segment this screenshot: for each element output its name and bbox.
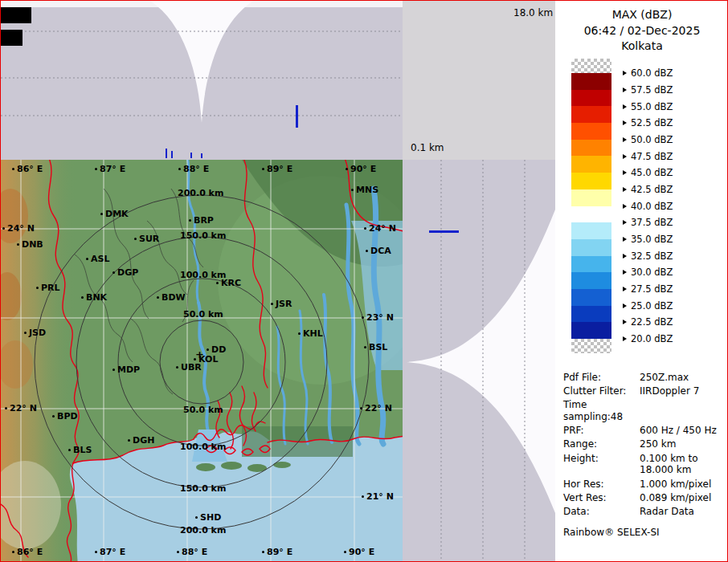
legend-scale-row: 25.0 dBZ (623, 297, 673, 314)
info-label: Clutter Filter: (563, 385, 640, 397)
color-scale-labels: 60.0 dBZ 57.5 dBZ 55.0 dBZ 52.5 dBZ 50.0… (623, 65, 673, 347)
top-projection-art (1, 1, 403, 160)
legend-color-swatch (571, 73, 611, 90)
info-row: Height:0.100 km to 18.000 km (555, 451, 728, 477)
legend-color-swatch (571, 289, 611, 306)
vertical-projection-right-panel[interactable] (403, 160, 555, 562)
info-row: Vert Res:0.089 km/pixel (555, 491, 728, 505)
legend-tick-arrow-icon (623, 303, 627, 308)
info-label: PRF: (563, 425, 640, 436)
legend-tick-arrow-icon (623, 187, 627, 192)
legend-scale-row: 42.5 dBZ (623, 181, 673, 198)
info-label: Data: (563, 506, 640, 517)
legend-color-swatch (571, 156, 611, 173)
legend-tick-arrow-icon (623, 237, 627, 242)
legend-scale-row: 55.0 dBZ (623, 98, 673, 115)
info-row: Data:Radar Data (555, 505, 728, 519)
legend-color-swatch (571, 90, 611, 107)
legend-color-swatch (571, 173, 611, 189)
legend-scale-label: 35.0 dBZ (631, 234, 673, 245)
legend-scale-label: 37.5 dBZ (631, 217, 673, 228)
radar-center-marker: + (195, 348, 204, 360)
legend-tick-arrow-icon (623, 170, 627, 175)
info-value: 600 Hz / 450 Hz (640, 425, 717, 436)
legend-panel: MAX (dBZ) 06:42 / 02-Dec-2025 Kolkata 60… (555, 1, 728, 562)
legend-scale-row: 52.5 dBZ (623, 115, 673, 132)
info-row: PRF:600 Hz / 450 Hz (555, 424, 728, 438)
legend-scale-label: 55.0 dBZ (631, 101, 673, 112)
legend-scale-label: 52.5 dBZ (631, 117, 673, 128)
product-title: MAX (dBZ) (555, 7, 728, 23)
legend-scale-label: 50.0 dBZ (631, 134, 673, 145)
height-axis-max-label: 18.0 km (513, 7, 553, 18)
info-value: 250Z.max (640, 372, 689, 383)
legend-color-swatch (571, 339, 611, 353)
legend-color-swatch (571, 256, 611, 273)
minimized-window-chip[interactable] (1, 7, 31, 23)
radar-application-window: 86° E87° E88° E89° E90° E86° E87° E88° E… (0, 0, 728, 562)
legend-scale-row: 32.5 dBZ (623, 247, 673, 264)
legend-color-swatch (571, 322, 611, 339)
legend-scale-label: 22.5 dBZ (631, 316, 673, 328)
legend-scale-label: 40.0 dBZ (631, 201, 673, 212)
legend-color-swatch (571, 306, 611, 323)
info-row: Clutter Filter:IIRDoppler 7 (555, 384, 728, 397)
legend-color-swatch (571, 222, 611, 239)
legend-scale-row: 20.0 dBZ (623, 331, 673, 348)
legend-scale-label: 32.5 dBZ (631, 250, 673, 262)
info-value: 1.000 km/pixel (640, 479, 711, 490)
legend-scale-row: 22.5 dBZ (623, 314, 673, 331)
right-projection-art (403, 160, 555, 562)
info-label: Hor Res: (563, 479, 640, 490)
legend-color-swatch (571, 239, 611, 256)
minimized-window-chip[interactable] (1, 30, 22, 46)
legend-scale-label: 45.0 dBZ (631, 167, 673, 178)
height-axis-zone: 18.0 km 0.1 km (403, 1, 555, 160)
scan-datetime: 06:42 / 02-Dec-2025 (555, 23, 728, 39)
legend-scale-label: 30.0 dBZ (631, 267, 673, 278)
software-branding: Rainbow® SELEX-SI (555, 527, 728, 538)
legend-scale-label: 57.5 dBZ (631, 84, 673, 96)
legend-color-swatch (571, 206, 611, 223)
legend-scale-row: 37.5 dBZ (623, 214, 673, 231)
legend-tick-arrow-icon (623, 104, 627, 109)
legend-tick-arrow-icon (623, 88, 627, 92)
scan-info-block: Pdf File:250Z.max Clutter Filter:IIRDopp… (555, 370, 728, 538)
height-axis-min-label: 0.1 km (411, 142, 444, 153)
legend-color-swatch (571, 140, 611, 157)
legend-scale-row: 50.0 dBZ (623, 132, 673, 149)
legend-tick-arrow-icon (623, 220, 627, 225)
info-label: Vert Res: (563, 492, 640, 503)
legend-color-swatch (571, 272, 611, 289)
legend-scale-label: 20.0 dBZ (631, 333, 673, 344)
legend-tick-arrow-icon (623, 320, 627, 324)
legend-tick-arrow-icon (623, 336, 627, 341)
legend-scale-label: 42.5 dBZ (631, 184, 673, 195)
info-label: Range: (563, 438, 640, 450)
station-name: Kolkata (555, 39, 728, 55)
radar-map-panel[interactable]: 86° E87° E88° E89° E90° E86° E87° E88° E… (1, 160, 403, 562)
map-base-art (1, 160, 403, 562)
info-value: IIRDoppler 7 (640, 385, 699, 397)
legend-scale-label: 25.0 dBZ (631, 300, 673, 312)
legend-color-swatch (571, 189, 611, 206)
legend-tick-arrow-icon (623, 137, 627, 142)
info-label: Pdf File: (563, 372, 640, 383)
color-scale (571, 59, 611, 353)
info-label: Height: (563, 453, 640, 464)
legend-scale-label: 27.5 dBZ (631, 283, 673, 295)
vertical-projection-top-panel[interactable] (1, 1, 403, 160)
legend-scale-label: 60.0 dBZ (631, 67, 673, 79)
info-label: Time sampling:48 (563, 399, 640, 422)
legend-tick-arrow-icon (623, 204, 627, 209)
legend-color-swatch (571, 123, 611, 140)
legend-title-block: MAX (dBZ) 06:42 / 02-Dec-2025 Kolkata (555, 1, 728, 55)
legend-scale-row: 30.0 dBZ (623, 264, 673, 281)
legend-tick-arrow-icon (623, 270, 627, 275)
scan-info-rows: Pdf File:250Z.max Clutter Filter:IIRDopp… (555, 370, 728, 519)
legend-scale-row: 27.5 dBZ (623, 281, 673, 298)
info-row: Time sampling:48 (555, 398, 728, 424)
info-row: Pdf File:250Z.max (555, 370, 728, 384)
legend-scale-row: 40.0 dBZ (623, 198, 673, 214)
legend-scale-row: 60.0 dBZ (623, 65, 673, 82)
